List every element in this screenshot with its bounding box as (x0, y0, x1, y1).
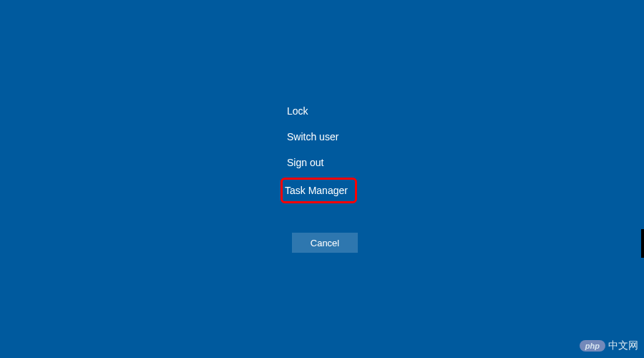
watermark-text: 中文网 (608, 339, 638, 352)
edge-decoration (641, 229, 644, 258)
task-manager-option[interactable]: Task Manager (280, 178, 357, 203)
php-badge-icon: php (580, 340, 605, 352)
security-options-menu: Lock Switch user Sign out Task Manager (283, 98, 357, 203)
lock-option[interactable]: Lock (283, 98, 357, 124)
switch-user-option[interactable]: Switch user (283, 124, 357, 150)
sign-out-option[interactable]: Sign out (283, 150, 357, 175)
watermark: php 中文网 (580, 339, 638, 352)
cancel-button[interactable]: Cancel (292, 233, 358, 253)
